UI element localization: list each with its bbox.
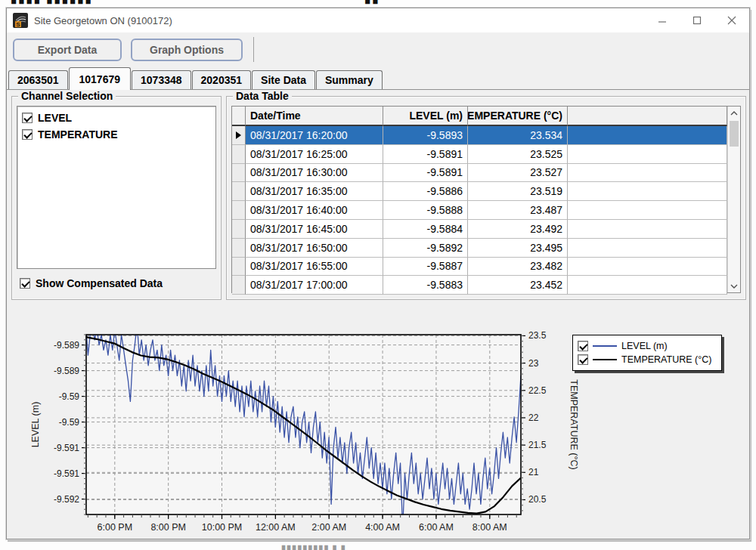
legend-item-level[interactable]: LEVEL (m) [578,339,717,353]
cell-level[interactable]: -9.5887 [383,258,468,277]
cell-level[interactable]: -9.5892 [383,239,468,258]
row-selector-cell[interactable] [232,201,246,220]
right-tick-label: 22 [528,412,539,423]
toolbar-separator [253,37,254,62]
left-tick-label: -9.589 [54,366,79,376]
channel-checkbox-temperature[interactable]: TEMPERATURE [20,126,212,143]
row-selector-cell[interactable] [232,182,246,201]
cell-level[interactable]: -9.5886 [383,182,468,201]
graph-options-button[interactable]: Graph Options [131,39,243,61]
cell-temperature[interactable]: 23.519 [468,182,568,201]
data-table: Date/TimeLEVEL (m)TEMPERATURE (°C)08/31/… [231,106,741,293]
channel-listbox[interactable]: LEVELTEMPERATURE [17,106,216,269]
row-selector-cell[interactable] [232,258,246,277]
checkbox-icon[interactable] [578,341,588,351]
close-button[interactable] [714,8,749,32]
minimize-button[interactable] [645,8,680,32]
scrollbar-thumb[interactable] [730,121,739,147]
background-window-text-fragment: ▮▮▮▮▮▮▮▮▮ ▮ ▮ [281,543,448,550]
checkbox-icon[interactable] [22,113,33,123]
cell-temperature[interactable]: 23.482 [468,258,568,277]
x-tick-label: 2:00 AM [311,522,346,533]
right-tick-label: 23.5 [528,330,547,341]
left-tick-label: -9.59 [59,391,80,402]
cell-temperature[interactable]: 23.452 [468,276,568,295]
checkbox-icon[interactable] [22,129,33,140]
cell-datetime[interactable]: 08/31/2017 16:55:00 [246,258,383,277]
column-header: Date/Time [246,107,383,126]
checkbox-icon[interactable] [578,354,588,365]
cell-temperature[interactable]: 23.487 [468,201,568,220]
cell-datetime[interactable]: 08/31/2017 16:40:00 [246,201,383,220]
cell-level[interactable]: -9.5888 [383,201,468,220]
column-header: LEVEL (m) [383,107,468,126]
left-axis-title: LEVEL (m) [30,402,41,448]
maximize-button[interactable] [680,8,714,32]
app-window: S Site Georgetown ON (9100172) Export Da… [6,8,750,539]
x-tick-label: 12:00 AM [256,522,296,533]
x-tick-label: 8:00 PM [150,522,186,533]
cell-datetime[interactable]: 08/31/2017 16:45:00 [246,220,383,239]
row-selector-cell[interactable] [232,276,246,295]
cell-temperature[interactable]: 23.527 [468,164,568,183]
cell-filler [568,164,727,183]
window-title: Site Georgetown ON (9100172) [34,15,172,26]
show-compensated-checkbox[interactable]: Show Compensated Data [18,275,164,292]
tab-summary[interactable]: Summary [316,70,383,90]
right-tick-label: 22.5 [528,385,547,396]
cell-temperature[interactable]: 23.495 [468,239,568,258]
legend-label: TEMPERATURE (°C) [621,354,711,365]
cell-level[interactable]: -9.5893 [383,126,468,145]
cell-filler [568,276,727,295]
cell-datetime[interactable]: 08/31/2017 16:50:00 [246,239,383,258]
channel-checkbox-level[interactable]: LEVEL [20,110,212,126]
cell-temperature[interactable]: 23.492 [468,220,568,239]
x-tick-label: 6:00 AM [419,522,454,533]
cell-level[interactable]: -9.5891 [383,145,468,164]
column-header: TEMPERATURE (°C) [468,107,568,126]
row-selector-cell[interactable] [232,126,246,145]
left-tick-label: -9.589 [54,340,79,351]
chart-panel: 6:00 PM8:00 PM10:00 PM12:00 AM2:00 AM4:0… [7,304,749,534]
right-axis-title: TEMPERATURE (°C) [569,379,579,469]
cell-datetime[interactable]: 08/31/2017 16:20:00 [246,126,383,145]
legend-label: LEVEL (m) [621,341,668,351]
table-scrollbar[interactable] [727,107,740,292]
channel-label: LEVEL [38,112,72,124]
tab-1073348[interactable]: 1073348 [132,70,191,90]
export-data-button[interactable]: Export Data [13,39,122,61]
tab-strip: 2063501101767910733482020351Site DataSum… [8,67,748,90]
row-selector-cell[interactable] [232,164,246,183]
titlebar: S Site Georgetown ON (9100172) [7,8,749,32]
tab-2063501[interactable]: 2063501 [8,70,68,90]
cell-level[interactable]: -9.5883 [383,276,468,295]
legend-item-temperature[interactable]: TEMPERATURE (°C) [578,353,717,366]
row-selector-cell[interactable] [232,220,246,239]
right-tick-label: 21.5 [528,440,547,450]
cell-filler [568,258,727,277]
right-tick-label: 20.5 [528,494,547,505]
scrollbar-down-icon[interactable] [728,280,740,292]
cell-datetime[interactable]: 08/31/2017 16:25:00 [246,145,383,164]
x-tick-label: 4:00 AM [365,522,400,533]
cell-filler [568,201,727,220]
cell-datetime[interactable]: 08/31/2017 16:35:00 [246,182,383,201]
cell-filler [568,182,727,201]
cell-temperature[interactable]: 23.525 [468,145,568,164]
x-tick-label: 6:00 PM [98,522,133,533]
cell-temperature[interactable]: 23.534 [468,126,568,145]
checkbox-icon[interactable] [20,278,30,289]
row-selector-cell[interactable] [232,145,246,164]
scrollbar-up-icon[interactable] [728,107,740,119]
tab-1017679[interactable]: 1017679 [69,67,132,90]
tab-site-data[interactable]: Site Data [252,70,315,90]
data-table-group: Data Table Date/TimeLEVEL (m)TEMPERATURE… [226,96,746,300]
tab-2020351[interactable]: 2020351 [192,70,252,90]
cell-datetime[interactable]: 08/31/2017 16:30:00 [246,164,383,183]
cell-level[interactable]: -9.5884 [383,220,468,239]
svg-text:S: S [16,21,20,28]
x-tick-label: 10:00 PM [202,522,243,533]
cell-level[interactable]: -9.5891 [383,164,468,183]
row-selector-cell[interactable] [232,239,246,258]
cell-datetime[interactable]: 08/31/2017 17:00:00 [246,276,383,295]
